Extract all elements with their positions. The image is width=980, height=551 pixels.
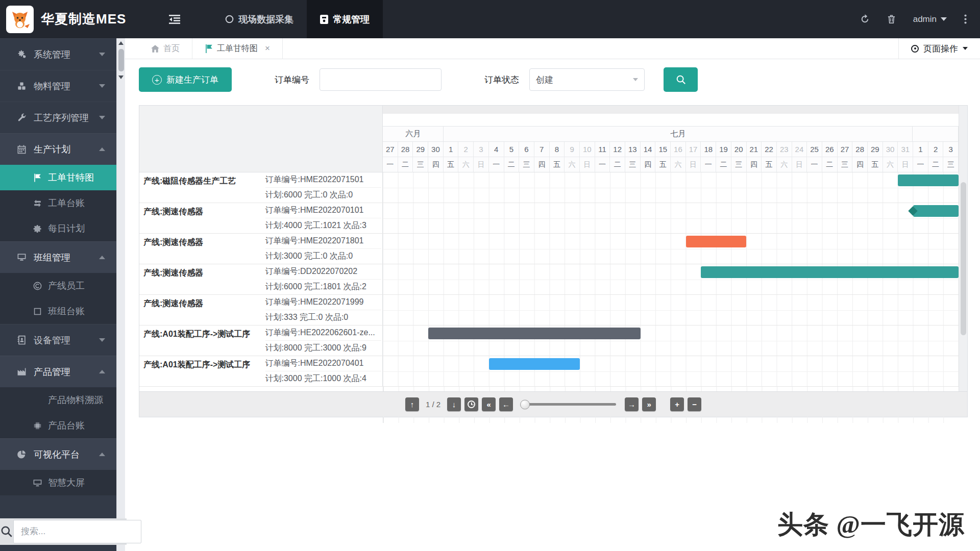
sidebar-subitem-3-1[interactable]: 工单台账 xyxy=(0,190,116,216)
tab-gantt-chart[interactable]: 工单甘特图 × xyxy=(192,38,283,59)
sidebar-subitem-7-0[interactable]: 智慧大屏 xyxy=(0,470,116,495)
sidebar-item-7[interactable]: 可视化平台 xyxy=(0,438,116,470)
zoom-in-button[interactable]: + xyxy=(670,397,684,411)
app-title: 华夏制造MES xyxy=(41,10,126,28)
fox-logo-icon xyxy=(9,9,31,30)
day-cell: 29 xyxy=(413,142,428,157)
gantt-footer-controls: ↑1 / 2↓«←→»+− xyxy=(139,391,967,417)
day-cell: 27 xyxy=(383,142,398,157)
sidebar-subitem-6-1[interactable]: 产品台账 xyxy=(0,413,116,438)
weekday-cell: 一 xyxy=(383,157,398,172)
scroll-up-arrow-icon[interactable] xyxy=(118,41,124,45)
sidebar-search-input[interactable] xyxy=(13,520,141,543)
gantt-bar[interactable] xyxy=(489,358,580,370)
tab-home[interactable]: 首页 xyxy=(139,38,192,59)
gantt-bar[interactable] xyxy=(913,205,959,217)
collapse-rows-button[interactable]: ↑ xyxy=(405,397,419,411)
order-no-text: 订单编号:DD2022070202 xyxy=(265,264,382,280)
weekday-cell: 日 xyxy=(580,157,595,172)
top-menu-item-field-data[interactable]: 现场数据采集 xyxy=(212,0,307,38)
gantt-vertical-scrollbar[interactable] xyxy=(959,106,967,391)
scrollbar-thumb[interactable] xyxy=(118,49,124,71)
scroll-down-arrow-icon[interactable] xyxy=(118,76,124,79)
search-button[interactable] xyxy=(664,67,698,92)
sidebar-item-6[interactable]: 产品管理 xyxy=(0,356,116,387)
gantt-timeline xyxy=(383,203,959,233)
user-menu[interactable]: admin xyxy=(913,14,947,24)
order-no-text: 订单编号:HE2022062601-ze... xyxy=(265,325,382,341)
close-icon[interactable]: × xyxy=(265,43,270,54)
gantt-bar[interactable] xyxy=(898,174,959,186)
chevron-down-icon xyxy=(99,338,105,342)
page-operations-dropdown[interactable]: 页面操作 xyxy=(898,38,980,59)
order-no-text: 订单编号:HME2022071999 xyxy=(265,295,382,310)
production-line-label: 产线:测速传感器 xyxy=(139,264,264,294)
app-logo[interactable] xyxy=(6,6,34,33)
production-line-label: 产线:测速传感器 xyxy=(139,295,264,325)
day-cell: 17 xyxy=(686,142,701,157)
sidebar-subitem-6-0[interactable]: 产品物料溯源 xyxy=(0,387,116,413)
top-menu: 现场数据采集 常规管理 xyxy=(212,0,383,38)
gantt-bar[interactable] xyxy=(686,236,747,247)
sidebar-submenu-6: 产品物料溯源产品台账 xyxy=(0,387,116,438)
sidebar-item-2[interactable]: 工艺序列管理 xyxy=(0,102,116,133)
sidebar-subitem-4-1[interactable]: 班组台账 xyxy=(0,298,116,324)
kebab-icon[interactable] xyxy=(964,14,967,24)
gantt-row-0: 产线:磁阻传感器生产工艺 订单编号:HME2022071501 计划:6000 … xyxy=(139,172,967,203)
gantt-weekday-row: 一二三四五六日一二三四五六日一二三四五六日一二三四五六日一二三四五六日一二三 xyxy=(383,157,959,172)
sidebar-item-0[interactable]: 系统管理 xyxy=(0,38,116,70)
search-icon xyxy=(0,525,13,538)
sidebar-toggle-button[interactable] xyxy=(163,0,186,38)
sidebar-subitem-3-0[interactable]: 工单甘特图 xyxy=(0,165,116,190)
day-cell: 6 xyxy=(519,142,534,157)
gantt-timeline xyxy=(383,172,959,203)
expand-rows-button[interactable]: ↓ xyxy=(447,397,461,411)
fast-forward-button[interactable]: » xyxy=(642,397,656,411)
day-cell: 1 xyxy=(913,142,928,157)
square-icon xyxy=(32,307,43,316)
sidebar-item-4[interactable]: 班组管理 xyxy=(0,241,116,273)
day-cell: 26 xyxy=(822,142,838,157)
fast-backward-button[interactable]: « xyxy=(482,397,496,411)
circle-dot-icon xyxy=(911,45,919,53)
scrollbar-thumb[interactable] xyxy=(961,182,966,335)
order-stats-text: 计划:4000 完工:1021 次品:3 xyxy=(265,218,382,233)
top-menu-item-general-mgmt[interactable]: 常规管理 xyxy=(307,0,383,38)
sidebar-scrollbar[interactable] xyxy=(116,38,125,551)
timeline-scroll-slider[interactable] xyxy=(522,403,616,406)
gantt-day-row: 2728293012345678910111213141516171819202… xyxy=(383,142,959,157)
zoom-out-button[interactable]: − xyxy=(688,397,701,411)
sidebar-item-3[interactable]: 生产计划 xyxy=(0,133,116,165)
day-cell: 13 xyxy=(625,142,641,157)
search-icon xyxy=(675,74,687,85)
module-icon xyxy=(320,15,328,24)
slider-knob[interactable] xyxy=(520,399,530,409)
gantt-timeline xyxy=(383,325,959,356)
sidebar-item-1[interactable]: 物料管理 xyxy=(0,70,116,102)
production-line-label: 产线:测速传感器 xyxy=(139,234,264,264)
day-cell: 30 xyxy=(883,142,898,157)
sidebar-item-5[interactable]: 设备管理 xyxy=(0,324,116,356)
day-cell: 29 xyxy=(868,142,883,157)
day-cell: 12 xyxy=(610,142,625,157)
step-backward-button[interactable]: ← xyxy=(499,397,513,411)
step-forward-button[interactable]: → xyxy=(625,397,639,411)
sidebar-subitem-3-2[interactable]: 每日计划 xyxy=(0,216,116,241)
gantt-row-2: 产线:测速传感器 订单编号:HME2022071801 计划:3000 完工:0… xyxy=(139,234,967,264)
chevron-down-icon xyxy=(99,84,105,88)
weekday-cell: 日 xyxy=(792,157,807,172)
chevron-up-icon xyxy=(99,453,105,456)
chevron-up-icon xyxy=(99,147,105,151)
weekday-cell: 二 xyxy=(928,157,944,172)
order-no-input[interactable] xyxy=(320,68,442,91)
gantt-bar[interactable] xyxy=(428,328,641,339)
page-content: + 新建生产订单 订单编号 订单状态 创建 xyxy=(125,59,980,551)
gantt-bar[interactable] xyxy=(701,266,959,278)
new-production-order-button[interactable]: + 新建生产订单 xyxy=(139,67,232,92)
time-now-button[interactable] xyxy=(464,397,478,411)
trash-icon[interactable] xyxy=(887,14,896,24)
weekday-cell: 三 xyxy=(838,157,853,172)
refresh-icon[interactable] xyxy=(860,14,870,24)
order-status-select[interactable]: 创建 xyxy=(529,68,645,91)
sidebar-subitem-4-0[interactable]: 产线员工 xyxy=(0,273,116,298)
